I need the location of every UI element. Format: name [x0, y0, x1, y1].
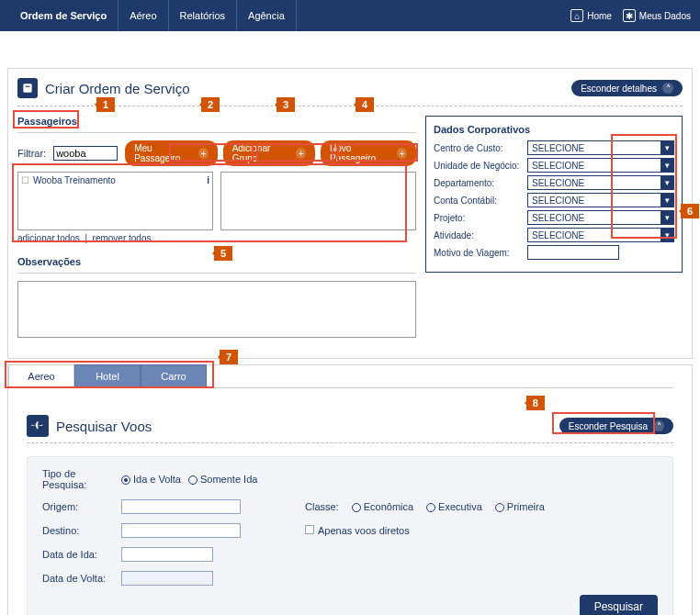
add-group-label: Adicionar Grupo: [232, 143, 291, 163]
origem-input[interactable]: [121, 499, 241, 514]
radio-somente-ida[interactable]: Somente Ida: [188, 474, 257, 485]
passenger-target-list[interactable]: [220, 172, 416, 230]
corp-label: Unidade de Negócio:: [434, 161, 524, 171]
plus-icon: +: [397, 148, 407, 159]
columns: Passageiros Filtrar: Meu Passageiro + Ad…: [17, 116, 683, 340]
callout-3: 3: [277, 97, 295, 112]
callout-8: 8: [526, 396, 545, 410]
radio-executiva[interactable]: Executiva: [426, 501, 482, 512]
corp-projeto-row: Projeto: SELECIONE ▾: [434, 210, 674, 225]
destino-label: Destino:: [42, 525, 121, 536]
corp-select-value: SELECIONE: [532, 196, 584, 206]
corp-label: Centro de Custo:: [434, 143, 524, 153]
corp-atividade-select[interactable]: SELECIONE ▾: [527, 228, 674, 242]
passenger-source-list[interactable]: ☐ Wooba Treinamento i: [17, 172, 213, 230]
corp-select-value: SELECIONE: [532, 230, 584, 240]
passenger-buttons: Meu Passageiro + Adicionar Grupo + Novo …: [125, 140, 416, 166]
data-ida-input[interactable]: [121, 547, 213, 562]
corp-label: Projeto:: [434, 213, 524, 223]
origem-row: Origem: Classe: Econômica Executiva Prim…: [42, 499, 658, 514]
radio-primeira[interactable]: Primeira: [495, 501, 545, 512]
hide-details-button[interactable]: Esconder detalhes ˄: [571, 80, 683, 96]
nav-ordem-servico[interactable]: Ordem de Serviço: [9, 0, 119, 31]
corp-unidade-select[interactable]: SELECIONE ▾: [527, 158, 674, 173]
corp-conta-select[interactable]: SELECIONE ▾: [527, 193, 674, 207]
corp-select-value: SELECIONE: [532, 178, 584, 188]
user-icon: ✱: [623, 9, 636, 22]
top-nav-left: Ordem de Serviço Aéreo Relatórios Agênci…: [9, 0, 297, 31]
order-icon: [17, 78, 38, 98]
plane-icon: [27, 415, 49, 437]
nav-aereo[interactable]: Aéreo: [119, 0, 168, 31]
search-button[interactable]: Pesquisar: [580, 595, 658, 615]
passengers-section-title: Passageiros: [17, 116, 416, 127]
data-volta-label: Data de Volta:: [42, 573, 121, 584]
chevron-up-icon: ˄: [662, 83, 673, 94]
radio-economica[interactable]: Econômica: [352, 501, 413, 512]
data-volta-input[interactable]: [121, 571, 213, 586]
nav-agencia[interactable]: Agência: [237, 0, 297, 31]
add-all-link[interactable]: adicionar todos: [17, 233, 80, 243]
list-item-name: Wooba Treinamento: [33, 175, 116, 185]
checkbox-diretos[interactable]: Apenas voos diretos: [305, 525, 410, 536]
corp-departamento-select[interactable]: SELECIONE ▾: [527, 175, 674, 190]
tab-carro[interactable]: Carro: [141, 364, 207, 387]
new-passenger-button[interactable]: Novo Passageiro +: [321, 140, 416, 166]
corp-select-value: SELECIONE: [532, 161, 584, 171]
data-volta-row: Data de Volta:: [42, 571, 658, 586]
filter-label: Filtrar:: [17, 148, 46, 159]
plus-icon: +: [296, 148, 306, 159]
hide-search-button[interactable]: Esconder Pesquisa ˄: [559, 418, 673, 434]
corp-unidade-row: Unidade de Negócio: SELECIONE ▾: [434, 158, 674, 173]
destino-input[interactable]: [121, 523, 241, 538]
meus-dados-label: Meus Dados: [639, 11, 691, 21]
radio-label: Econômica: [364, 501, 413, 512]
info-icon[interactable]: i: [207, 175, 209, 185]
callout-4: 4: [356, 97, 374, 112]
corp-conta-row: Conta Contábil: SELECIONE ▾: [434, 193, 674, 207]
nav-relatorios[interactable]: Relatórios: [169, 0, 238, 31]
new-passenger-label: Novo Passageiro: [330, 143, 391, 163]
tab-aereo[interactable]: Aereo: [8, 364, 74, 387]
data-ida-label: Data de Ida:: [42, 549, 121, 560]
list-item[interactable]: ☐ Wooba Treinamento i: [21, 175, 209, 185]
corp-projeto-select[interactable]: SELECIONE ▾: [527, 210, 674, 225]
panel-title-row: Criar Ordem de Serviço Esconder detalhes…: [17, 78, 683, 98]
corp-motivo-row: Motivo de Viagem:: [434, 245, 674, 260]
left-column: Passageiros Filtrar: Meu Passageiro + Ad…: [17, 116, 416, 340]
filter-input[interactable]: [53, 146, 118, 161]
tab-hotel[interactable]: Hotel: [74, 364, 141, 387]
remove-all-link[interactable]: remover todos: [93, 233, 152, 243]
corp-atividade-row: Atividade: SELECIONE ▾: [434, 228, 674, 242]
plus-icon: +: [198, 148, 209, 159]
chevron-down-icon: ▾: [660, 229, 673, 241]
observations-section: Observações: [17, 256, 416, 340]
search-form: Tipo de Pesquisa: Ida e Volta Somente Id…: [27, 456, 673, 615]
home-link[interactable]: ⌂ Home: [570, 9, 612, 22]
hide-search-label: Esconder Pesquisa: [569, 421, 648, 431]
list-links: adicionar todos | remover todos: [17, 233, 416, 243]
chevron-up-icon: ˄: [653, 420, 664, 431]
corp-centro-custo-row: Centro de Custo: SELECIONE ▾: [434, 140, 674, 155]
right-column: Dados Corporativos Centro de Custo: SELE…: [425, 116, 683, 340]
corp-select-value: SELECIONE: [532, 143, 584, 153]
observations-textarea[interactable]: [17, 281, 416, 338]
meus-dados-link[interactable]: ✱ Meus Dados: [623, 9, 691, 22]
corp-motivo-input[interactable]: [527, 245, 619, 260]
my-passenger-button[interactable]: Meu Passageiro +: [125, 140, 217, 166]
passenger-lists: ☐ Wooba Treinamento i: [17, 172, 416, 230]
svg-rect-1: [26, 86, 30, 87]
my-passenger-label: Meu Passageiro: [134, 143, 193, 163]
passenger-filter-row: Filtrar: Meu Passageiro + Adicionar Grup…: [17, 140, 416, 166]
corp-label: Atividade:: [434, 230, 524, 240]
radio-ida-volta[interactable]: Ida e Volta: [121, 474, 181, 485]
corp-centro-custo-select[interactable]: SELECIONE ▾: [527, 140, 674, 155]
top-nav: Ordem de Serviço Aéreo Relatórios Agênci…: [0, 0, 700, 31]
tipo-label: Tipo de Pesquisa:: [42, 468, 121, 490]
data-ida-row: Data de Ida:: [42, 547, 658, 562]
checkbox-label: Apenas voos diretos: [318, 525, 410, 536]
add-group-button[interactable]: Adicionar Grupo +: [223, 140, 315, 166]
svg-rect-0: [23, 84, 31, 92]
corp-departamento-row: Departamento: SELECIONE ▾: [434, 175, 674, 190]
radio-label: Primeira: [507, 501, 545, 512]
